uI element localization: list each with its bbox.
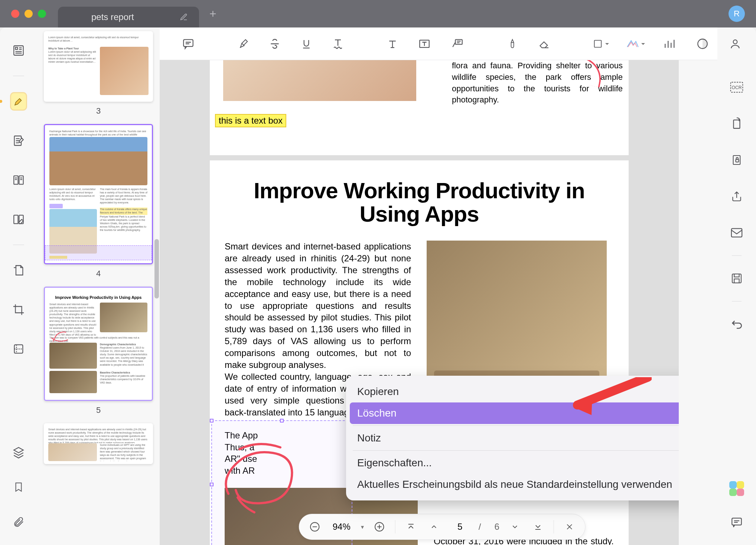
svg-rect-55 — [734, 279, 739, 283]
svg-rect-22 — [455, 39, 462, 44]
notes-panel-icon[interactable] — [729, 515, 744, 530]
rename-tab-icon[interactable] — [180, 13, 188, 21]
minimize-window[interactable] — [25, 10, 33, 18]
layers-icon[interactable] — [11, 444, 26, 460]
right-tool-rail: OCR — [717, 27, 756, 545]
svg-rect-53 — [732, 274, 741, 283]
thumbnail-scrollbar[interactable] — [154, 239, 159, 298]
eraser-tool-icon[interactable] — [538, 36, 550, 51]
thumbnails-panel-icon[interactable] — [11, 42, 26, 59]
comment-tool-icon[interactable] — [182, 36, 195, 51]
tab-title: pets report — [91, 12, 134, 22]
undo-icon[interactable] — [729, 316, 744, 332]
svg-rect-52 — [731, 229, 742, 237]
thumbnail-page-6[interactable]: Smart devices and internet-based applica… — [44, 423, 153, 464]
ctx-set-default[interactable]: Aktuelles Erscheinungsbild als neue Stan… — [346, 474, 679, 495]
svg-rect-54 — [734, 274, 739, 277]
strikethrough-icon[interactable] — [269, 36, 281, 51]
tutorial-arrow-icon — [570, 377, 652, 418]
email-icon[interactable] — [729, 225, 744, 241]
bookmark-icon[interactable] — [11, 479, 26, 495]
document-tab[interactable]: pets report — [58, 7, 199, 27]
underline-icon[interactable] — [301, 36, 312, 51]
ctx-properties[interactable]: Eigenschaften... — [346, 452, 679, 474]
page4-paragraph: flora and fauna. Providing shelter to va… — [452, 60, 623, 106]
next-page-button[interactable] — [508, 519, 522, 534]
text-highlight-icon[interactable] — [238, 36, 249, 51]
attachment-icon[interactable] — [11, 514, 26, 530]
form-fill-tool-icon[interactable] — [11, 211, 26, 228]
annotate-tool-icon[interactable] — [11, 133, 26, 149]
save-icon[interactable] — [729, 271, 744, 286]
first-page-button[interactable] — [404, 519, 418, 534]
add-tab-button[interactable]: + — [209, 7, 216, 21]
svg-rect-49 — [734, 120, 740, 128]
zoom-value[interactable]: 94% — [330, 522, 353, 532]
prev-page-button[interactable] — [427, 519, 441, 534]
titlebar: pets report + R — [0, 0, 756, 27]
svg-text:OCR: OCR — [731, 85, 742, 90]
zoom-in-button[interactable] — [372, 519, 387, 534]
page-edit-icon[interactable] — [11, 262, 26, 278]
highlighter-tool-icon[interactable] — [11, 93, 26, 110]
annotation-toolbar — [160, 27, 717, 60]
squiggly-underline-icon[interactable] — [332, 36, 344, 51]
thumbnail-page-3[interactable]: Lorem ipsum dolor sit amet, consectetur … — [44, 31, 153, 102]
svg-rect-16 — [183, 39, 193, 46]
ink-scribble-annotation[interactable] — [217, 438, 303, 516]
last-page-button[interactable] — [531, 519, 545, 534]
ocr-icon[interactable]: OCR — [729, 79, 744, 95]
thumb-label-3: 3 — [44, 106, 153, 116]
svg-rect-7 — [14, 176, 18, 185]
svg-rect-8 — [19, 176, 23, 185]
thumbnail-page-4[interactable]: Kaziranga National Park is a showcase fo… — [44, 124, 153, 264]
page-separator: / — [479, 522, 481, 532]
rotate-page-icon[interactable] — [729, 116, 744, 131]
app-logo-icon[interactable] — [729, 481, 744, 496]
encrypt-icon[interactable] — [729, 152, 744, 168]
svg-rect-13 — [14, 215, 18, 224]
text-box-annotation[interactable]: this is a text box — [215, 114, 286, 127]
appearance-icon[interactable] — [695, 36, 710, 51]
inline-image-office — [427, 241, 607, 393]
thumb-label-4: 4 — [44, 269, 153, 278]
user-avatar[interactable]: R — [729, 6, 745, 22]
crop-tool-icon[interactable] — [11, 301, 26, 318]
close-nav-button[interactable] — [562, 519, 577, 534]
pen-tool-icon[interactable] — [507, 36, 518, 51]
reader-view-icon[interactable] — [11, 172, 26, 188]
thumb-label-5: 5 — [44, 405, 153, 415]
zoom-out-button[interactable] — [307, 519, 322, 534]
svg-rect-50 — [733, 156, 740, 164]
left-tool-rail — [0, 27, 37, 545]
text-box-icon[interactable] — [418, 36, 431, 51]
svg-rect-56 — [732, 518, 742, 525]
page-navigation-bar: 94% ▾ / 6 — [299, 514, 586, 540]
scan-tool-icon[interactable] — [11, 341, 26, 357]
svg-rect-51 — [736, 160, 739, 162]
chart-tool-icon[interactable] — [663, 36, 675, 51]
page-4-bottom: this is a text box flora and fauna. Prov… — [210, 60, 629, 155]
thumbnail-page-5[interactable]: Improve Working Productivity in Using Ap… — [44, 287, 153, 401]
ctx-note[interactable]: Notiz — [346, 427, 679, 449]
svg-rect-1 — [16, 48, 18, 50]
zoom-dropdown-caret[interactable]: ▾ — [361, 523, 364, 531]
maximize-window[interactable] — [38, 10, 46, 18]
share-icon[interactable] — [729, 189, 744, 204]
window-controls — [11, 10, 46, 18]
close-window[interactable] — [11, 10, 19, 18]
text-tool-icon[interactable] — [387, 36, 398, 51]
shape-tool-dropdown[interactable] — [593, 36, 608, 51]
svg-rect-27 — [594, 40, 602, 47]
page4-image — [223, 60, 416, 101]
total-pages: 6 — [494, 522, 499, 532]
document-viewer: this is a text box flora and fauna. Prov… — [160, 60, 679, 545]
current-page-input[interactable] — [450, 522, 470, 532]
page-heading: Improve Working Productivity in Using Ap… — [225, 179, 614, 226]
thumbnail-panel: Lorem ipsum dolor sit amet, consectetur … — [37, 27, 160, 545]
stamp-tool-dropdown[interactable] — [628, 36, 643, 51]
callout-icon[interactable] — [451, 36, 464, 51]
